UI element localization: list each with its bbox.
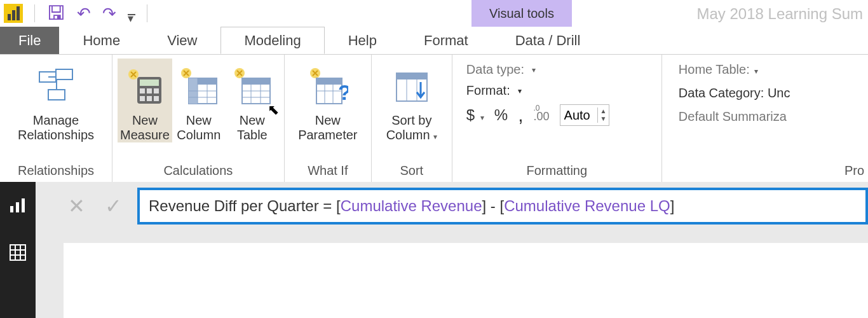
svg-rect-7 (140, 80, 159, 86)
spinner-down-icon[interactable]: ▼ (598, 115, 609, 123)
new-parameter-icon: ? (308, 65, 348, 109)
decimal-places-stepper[interactable]: ▲▼ (560, 104, 610, 126)
new-table-label: New Table (237, 113, 268, 142)
data-type-dropdown[interactable]: Data type: ▾ (466, 62, 648, 77)
svg-text:?: ? (338, 80, 348, 104)
svg-rect-11 (140, 96, 145, 101)
home-table-dropdown[interactable]: Home Table: ▾ (679, 62, 863, 77)
contextual-tab-visual-tools: Visual tools (471, 0, 572, 27)
svg-rect-10 (154, 88, 159, 93)
new-measure-label: New Measure (120, 113, 170, 142)
svg-rect-12 (147, 96, 152, 101)
group-properties: Home Table: ▾ Data Category: Unc Default… (662, 55, 868, 182)
svg-rect-13 (154, 96, 159, 101)
redo-icon[interactable]: ↷ (102, 4, 116, 24)
data-category-dropdown[interactable]: Data Category: Unc (679, 86, 863, 100)
data-view-icon[interactable] (9, 244, 27, 266)
thousands-separator-button[interactable]: , (518, 104, 523, 126)
svg-rect-9 (147, 88, 152, 93)
default-summarization-dropdown[interactable]: Default Summariza (679, 109, 863, 124)
tab-home[interactable]: Home (59, 27, 144, 54)
group-label-sort: Sort (372, 162, 452, 182)
default-summarization-label: Default Summariza (679, 109, 787, 123)
save-icon[interactable]: 🖫 (46, 3, 65, 24)
svg-rect-41 (16, 202, 19, 212)
group-whatif: ? New Parameter What If (285, 55, 372, 182)
formula-measure-ref-2: Cumulative Revenue LQ (504, 197, 670, 215)
sort-icon (391, 65, 432, 109)
group-relationships: Manage Relationships Relationships (0, 55, 112, 182)
group-label-properties: Pro (662, 162, 868, 182)
group-formatting: Data type: ▾ Format: ▾ $ ▾ % , .0.00 ▲▼ (452, 55, 662, 182)
currency-format-button[interactable]: $ ▾ (466, 106, 484, 124)
sort-by-column-button[interactable]: Sort by Column ▾ (377, 59, 447, 142)
report-view-icon[interactable] (9, 197, 27, 219)
ribbon: Manage Relationships Relationships New M… (0, 55, 868, 182)
svg-rect-2 (48, 90, 65, 100)
new-table-icon (232, 65, 273, 109)
formula-text-mid: ] - [ (482, 197, 505, 215)
new-measure-button[interactable]: New Measure (118, 59, 172, 142)
chevron-down-icon: ▾ (754, 67, 758, 76)
sort-by-column-label: Sort by Column ▾ (386, 113, 437, 142)
canvas-area: ✕ ✓ Revenue Diff per Quarter = [Cumulati… (36, 182, 868, 318)
formula-cancel-button[interactable]: ✕ (64, 194, 89, 218)
home-table-label: Home Table: (679, 62, 750, 76)
work-area: ✕ ✓ Revenue Diff per Quarter = [Cumulati… (0, 182, 868, 318)
svg-rect-43 (10, 245, 25, 260)
left-view-rail (0, 182, 36, 318)
svg-rect-8 (140, 88, 145, 93)
formula-text-prefix: Revenue Diff per Quarter = [ (149, 197, 341, 215)
quick-access-toolbar: 🖫 ↶ ↷ ▾ (34, 3, 147, 24)
separator (34, 4, 35, 22)
new-parameter-button[interactable]: ? New Parameter (290, 59, 366, 142)
new-measure-icon (125, 65, 165, 109)
svg-rect-37 (397, 73, 427, 80)
formula-text-suffix: ] (670, 197, 675, 215)
chevron-down-icon: ▾ (532, 66, 536, 74)
customize-qat-icon[interactable]: ▾ (128, 11, 135, 15)
tab-file[interactable]: File (0, 27, 59, 54)
chevron-down-icon: ▾ (480, 113, 484, 122)
report-canvas[interactable] (64, 243, 868, 318)
formula-bar[interactable]: Revenue Diff per Quarter = [Cumulative R… (137, 188, 868, 225)
svg-rect-1 (56, 69, 72, 80)
undo-icon[interactable]: ↶ (77, 4, 91, 24)
group-label-whatif: What If (285, 162, 371, 182)
svg-rect-24 (242, 78, 270, 85)
app-logo-icon (4, 4, 23, 23)
group-label-relationships: Relationships (0, 162, 112, 182)
data-category-label: Data Category: Unc (679, 86, 790, 100)
separator (147, 4, 147, 22)
decimal-places-input[interactable] (560, 107, 597, 124)
percent-format-button[interactable]: % (494, 106, 508, 124)
new-column-label: New Column (177, 113, 220, 142)
decimal-places-icon: .0.00 (534, 107, 550, 123)
group-sort: Sort by Column ▾ Sort (372, 55, 452, 182)
new-column-icon (179, 65, 219, 109)
new-table-button[interactable]: New Table (226, 59, 279, 142)
tab-data-drill[interactable]: Data / Drill (492, 27, 604, 54)
data-type-label: Data type: (466, 62, 524, 77)
group-calculations: New Measure New Column New Table ⬉ Calcu… (112, 55, 285, 182)
new-column-button[interactable]: New Column (172, 59, 226, 142)
new-parameter-label: New Parameter (298, 113, 357, 142)
tab-format[interactable]: Format (400, 27, 492, 54)
formula-bar-row: ✕ ✓ Revenue Diff per Quarter = [Cumulati… (64, 187, 868, 225)
svg-rect-40 (10, 206, 13, 212)
ribbon-tabstrip: File Home View Modeling Help Format Data… (0, 27, 868, 55)
spinner-up-icon[interactable]: ▲ (598, 107, 609, 115)
tab-view[interactable]: View (144, 27, 220, 54)
relationships-icon (36, 65, 76, 109)
format-label: Format: (466, 83, 510, 98)
manage-relationships-button[interactable]: Manage Relationships (5, 59, 107, 142)
formula-measure-ref-1: Cumulative Revenue (341, 197, 482, 215)
chevron-down-icon: ▾ (431, 132, 437, 141)
formula-commit-button[interactable]: ✓ (100, 194, 126, 218)
manage-relationships-label: Manage Relationships (18, 113, 94, 142)
tab-help[interactable]: Help (325, 27, 400, 54)
group-label-formatting: Formatting (452, 162, 661, 182)
format-dropdown[interactable]: Format: ▾ (466, 83, 648, 98)
tab-modeling[interactable]: Modeling (220, 27, 324, 54)
title-bar: 🖫 ↶ ↷ ▾ Visual tools May 2018 Learning S… (0, 0, 868, 27)
